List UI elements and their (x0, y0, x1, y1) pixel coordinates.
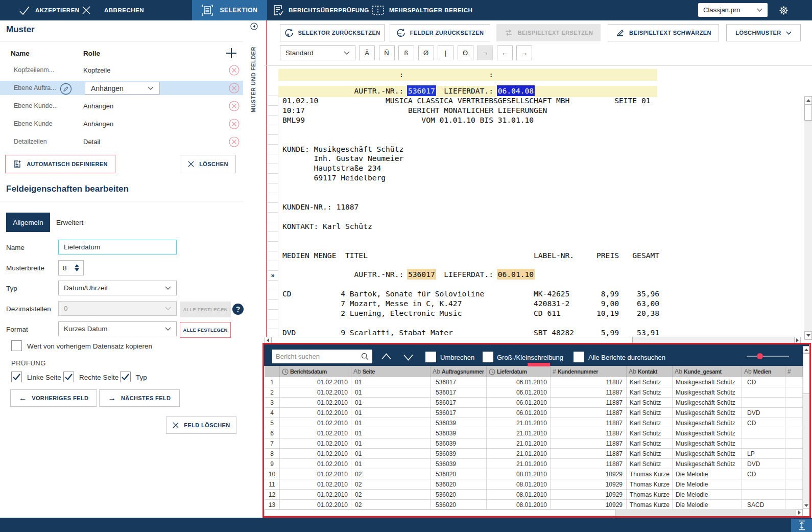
reset-selector-button[interactable]: SELEKTOR ZURÜCKSETZEN (280, 24, 385, 41)
edit-pattern-icon[interactable] (60, 83, 70, 94)
check-linke-seite[interactable] (11, 372, 22, 382)
file-dropdown[interactable]: Classjan.prn (698, 3, 768, 17)
search-input[interactable]: Bericht suchen (272, 350, 372, 363)
encoding-dropdown[interactable]: Standard (280, 45, 355, 60)
format-dropdown[interactable]: Kurzes Datum (58, 321, 177, 336)
template-row-2[interactable]: AUFTR.-NR.: 536017 LIEFERDAT.: 06.04.08 (278, 86, 657, 97)
table-cell: 536020 (431, 500, 487, 509)
table-header-Lieferdatum[interactable]: Lieferdatum (487, 366, 551, 377)
table-cell: 10929 (551, 479, 627, 490)
musterbreite-stepper[interactable]: 8 (58, 260, 84, 275)
loeschmuster-button[interactable]: LÖSCHMUSTER (726, 24, 801, 41)
table-row[interactable]: 101.02.20100153601706.01.201011887Karl S… (265, 377, 803, 387)
muster-row[interactable]: Ebene Auftra...Anhängen (0, 79, 243, 97)
muster-und-felder-strip[interactable]: MUSTER UND FELDER (250, 36, 260, 112)
zoom-slider[interactable] (747, 356, 789, 357)
loeschmuster-label: LÖSCHMUSTER (735, 30, 781, 36)
table-row[interactable]: 201.02.20100153601706.01.201011887Karl S… (265, 387, 803, 398)
name-input[interactable]: Lieferdatum (58, 240, 177, 255)
all-reports-checkbox[interactable] (574, 352, 584, 362)
tab-erweitert[interactable]: Erweitert (56, 219, 83, 226)
search-prev-button[interactable] (381, 353, 392, 360)
tab-selektion[interactable]: SELEKTION (192, 0, 267, 20)
char-button[interactable]: Ã (359, 45, 375, 60)
copy-prev-checkbox[interactable] (11, 340, 22, 351)
char-button[interactable]: ß (398, 45, 414, 60)
report-text[interactable]: 01.02.10 MUSICA CLASSICA VERTRIEBSGESELL… (282, 96, 659, 338)
check-rechte-seite[interactable] (63, 372, 74, 382)
char-button[interactable]: Ø (418, 45, 434, 60)
table-header-Kundennummer[interactable]: #Kundennummer (551, 366, 627, 377)
table-row[interactable]: 501.02.20100153603921.01.201011887Karl S… (265, 418, 803, 428)
table-cell: Karl Schütz (627, 418, 673, 428)
table-row[interactable]: 701.02.20100153603921.01.201011887Karl S… (265, 438, 803, 449)
redact-sample-button[interactable]: BEISPIELTEXT SCHWÄRZEN (608, 24, 719, 41)
muster-role-dropdown[interactable]: Anhängen (85, 82, 160, 95)
table-header-col9[interactable]: # (785, 366, 803, 377)
table-cell: 01 (351, 377, 431, 387)
report-vscrollbar[interactable] (804, 96, 812, 340)
table-cell: 01.02.2010 (280, 418, 351, 428)
tab-berichtsueberpruefung[interactable]: BERICHTSÜBERPRÜFUNG (272, 0, 369, 20)
remove-muster-icon[interactable] (229, 83, 240, 94)
search-next-button[interactable] (403, 354, 414, 361)
accept-button[interactable]: AKZEPTIEREN (18, 0, 80, 20)
remove-muster-icon[interactable] (229, 65, 240, 76)
table-row[interactable]: 1301.02.20100253602008.01.201010929Thoma… (265, 500, 803, 509)
table-header-Berichtsdatum[interactable]: Berichtsdatum (280, 366, 351, 377)
template-row-1[interactable]: : : (278, 69, 657, 81)
reset-fields-button[interactable]: FELDER ZURÜCKSETZEN (390, 24, 490, 41)
table-row[interactable]: 1201.02.20100253602008.01.201010929Thoma… (265, 490, 803, 500)
collapse-panel-icon[interactable] (250, 22, 258, 30)
table-row[interactable]: 301.02.20100153601706.01.201011887Karl S… (265, 398, 803, 408)
table-row[interactable]: 601.02.20100153603921.01.201011887Karl S… (265, 428, 803, 438)
remove-muster-icon[interactable] (229, 119, 240, 129)
muster-row[interactable]: Ebene Kunde...Anhängen (0, 97, 243, 115)
remove-muster-icon[interactable] (229, 136, 240, 147)
wrap-checkbox[interactable] (425, 352, 436, 362)
muster-delete-button[interactable]: LÖSCHEN (180, 155, 236, 173)
table-row[interactable]: 401.02.20100153601706.01.201011887Karl S… (265, 408, 803, 418)
table-row[interactable]: 801.02.20100153603921.01.201011887Karl S… (265, 449, 803, 459)
table-header-Auftragsnummer[interactable]: AbAuftragsnummer (431, 366, 487, 377)
table-cell: 11887 (551, 459, 627, 469)
char-button[interactable]: ← (497, 45, 513, 60)
muster-row[interactable]: Ebene KundeAnhängen (0, 115, 243, 133)
add-muster-button[interactable] (225, 47, 238, 60)
typ-dropdown[interactable]: Datum/Uhrzeit (58, 281, 177, 295)
prev-field-button[interactable]: ← VORHERIGES FELD (10, 389, 97, 407)
delete-field-button[interactable]: FELD LÖSCHEN (166, 417, 236, 434)
table-header-Kunde_gesamt[interactable]: AbKunde_gesamt (673, 366, 742, 377)
help-icon[interactable]: ? (232, 304, 244, 315)
auto-define-button[interactable]: AUTOMATISCH DEFINIEREN (5, 155, 115, 173)
table-header-Kontakt[interactable]: AbKontakt (627, 366, 673, 377)
text-type-icon: Ab (744, 368, 752, 375)
char-button[interactable]: → (516, 45, 532, 60)
gear-icon[interactable] (777, 4, 790, 17)
muster-row[interactable]: Kopfzeilenm...Kopfzeile (0, 61, 243, 79)
cancel-button[interactable]: ABBRECHEN (81, 0, 144, 20)
set-all-format-button[interactable]: ALLE FESTLEGEN (180, 322, 231, 338)
case-checkbox[interactable] (483, 352, 493, 362)
table-header-Medien[interactable]: AbMedien (742, 366, 785, 377)
tab-allgemein[interactable]: Allgemein (6, 213, 50, 232)
char-button[interactable]: | (438, 45, 453, 60)
remove-muster-icon[interactable] (229, 101, 240, 111)
table-row[interactable]: 1101.02.20100253602008.01.201010929Thoma… (265, 479, 803, 490)
char-button[interactable]: ¬ (477, 45, 493, 60)
table-header-Seite[interactable]: AbSeite (351, 366, 431, 377)
table-row[interactable]: 1001.02.20100253602008.01.201010929Thoma… (265, 469, 803, 479)
char-button[interactable]: Θ (458, 45, 473, 60)
report-line: 7 Mozart, Messe in C, K.427 420831-2 9,0… (282, 299, 659, 309)
zoom-slider-handle[interactable] (757, 353, 763, 359)
table-header-col0[interactable] (265, 366, 280, 377)
table-cell: Karl Schütz (627, 428, 673, 438)
next-field-button[interactable]: → NÄCHSTES FELD (99, 389, 180, 407)
tab-mehrspaltiger-bereich[interactable]: MEHRSPALTIGER BEREICH (371, 0, 472, 20)
table-row[interactable]: 901.02.20100153603921.01.201011887Karl S… (265, 459, 803, 469)
muster-row[interactable]: DetailzeilenDetail (0, 133, 243, 151)
char-button[interactable]: Ñ (379, 45, 395, 60)
check-typ[interactable] (120, 372, 131, 382)
stepper-arrows[interactable] (75, 264, 79, 271)
panel-resize-button[interactable] (791, 519, 812, 532)
